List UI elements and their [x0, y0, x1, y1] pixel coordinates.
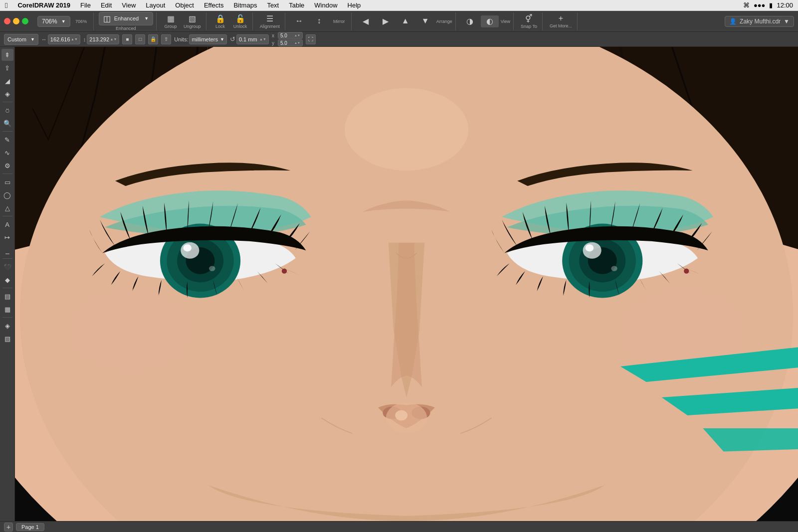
dropper-tool[interactable]: 🖤 — [1, 261, 13, 273]
eraser-tool[interactable]: ▧ — [1, 333, 13, 345]
width-value: 162.616 — [50, 36, 70, 42]
group-button[interactable]: ▦ Group — [162, 13, 180, 30]
pointer-tool[interactable]: ⇞ — [1, 49, 13, 61]
y-input[interactable]: 5.0 ▲▼ — [278, 39, 303, 46]
x-spinner[interactable]: ▲▼ — [294, 34, 300, 37]
units-dropdown[interactable]: millimeters ▼ — [189, 34, 226, 44]
arrange-btn1[interactable]: ◀ — [357, 15, 375, 27]
ungroup-button[interactable]: ▧ Ungroup — [182, 13, 203, 30]
add-page-button[interactable]: + — [4, 523, 13, 532]
snap-to-button[interactable]: ⚥ Snap To — [519, 13, 539, 30]
menu-text[interactable]: Text — [262, 0, 284, 11]
pan-tool[interactable]: ⍥ — [1, 104, 13, 116]
dimension-tool[interactable]: ↦ — [1, 231, 13, 243]
battery-icon: ▮ — [769, 1, 773, 9]
text-tool[interactable]: A — [1, 218, 13, 230]
y-spinner[interactable]: ▲▼ — [294, 41, 300, 44]
apple-logo[interactable]:  — [5, 1, 7, 9]
xy-group: x 5.0 ▲▼ y 5.0 ▲▼ — [272, 32, 303, 46]
preset-dropdown[interactable]: Custom ▼ — [4, 34, 38, 45]
svg-point-23 — [395, 410, 407, 421]
user-name: Zaky Mufthi.cdr — [740, 18, 781, 25]
subselect-tool[interactable]: ⇧ — [1, 62, 13, 74]
x-input[interactable]: 5.0 ▲▼ — [278, 32, 303, 39]
minimize-button[interactable] — [13, 18, 19, 24]
user-dropdown-icon: ▼ — [784, 18, 790, 25]
alignment-button[interactable]: ☰ Alignment — [258, 13, 282, 30]
lock-unlock-group: 🔒 Lock 🔓 Unlock — [208, 12, 253, 30]
menu-object[interactable]: Object — [170, 0, 199, 11]
menu-edit[interactable]: Edit — [96, 0, 117, 11]
zoom-value: 706% — [42, 18, 57, 25]
menu-table[interactable]: Table — [284, 0, 309, 11]
y-label: y — [272, 40, 277, 46]
view-btn2[interactable]: ◐ — [481, 15, 499, 27]
connector-tool[interactable]: ⎯ — [1, 244, 13, 256]
mirror-h-button[interactable]: ↔ — [290, 15, 308, 27]
freeform-tool[interactable]: ◢ — [1, 75, 13, 87]
width-input[interactable]: 162.616 ▲▼ — [48, 34, 80, 44]
mirror-v-button[interactable]: ↕ — [310, 15, 328, 27]
arrange-btn2[interactable]: ▶ — [377, 15, 395, 27]
svg-point-20 — [611, 266, 617, 271]
zoom-tool[interactable]: 🔍 — [1, 117, 13, 129]
menu-items: CorelDRAW 2019 File Edit View Layout Obj… — [12, 0, 366, 11]
smart-fill-tool[interactable]: ◈ — [1, 320, 13, 332]
menu-layout[interactable]: Layout — [141, 0, 170, 11]
interactive-fill-tool[interactable]: ▤ — [1, 290, 13, 302]
x-label: x — [272, 33, 277, 38]
x-row: x 5.0 ▲▼ — [272, 32, 303, 39]
arrange-btn3[interactable]: ▲ — [397, 15, 414, 27]
menu-effects[interactable]: Effects — [199, 0, 229, 11]
menu-view[interactable]: View — [117, 0, 141, 11]
lock-icon: 🔒 — [215, 14, 225, 23]
view-modes-label: Enhanced — [116, 26, 136, 31]
contour-tool[interactable]: ◈ — [1, 88, 13, 100]
menu-help[interactable]: Help — [343, 0, 366, 11]
property-bar: Custom ▼ ↔ 162.616 ▲▼ ↕ 213.292 ▲▼ ■ □ 🔒… — [0, 32, 798, 47]
snap-to-label: Snap To — [521, 24, 537, 29]
tool-sep-5 — [2, 258, 12, 259]
rectangle-tool[interactable]: ▭ — [1, 176, 13, 188]
mirror-group: ↔ ↕ Mirror — [287, 12, 352, 30]
tool-sep-3 — [2, 174, 12, 174]
canvas-area[interactable] — [15, 47, 798, 521]
get-more-button[interactable]: + Get More... — [548, 13, 574, 29]
shape-square-button[interactable]: ■ — [122, 34, 132, 44]
bottom-bar: + Page 1 — [0, 521, 798, 532]
menu-file[interactable]: File — [75, 0, 96, 11]
zoom-dropdown[interactable]: 706% ▼ — [37, 16, 70, 27]
lock-ratio-button[interactable]: 🔒 — [148, 34, 158, 44]
menu-coreldraw[interactable]: CorelDRAW 2019 — [12, 0, 75, 11]
alignment-group: ☰ Alignment — [255, 12, 285, 30]
view-modes-dropdown[interactable]: ◫ Enhanced ▼ — [99, 12, 153, 25]
menu-bitmaps[interactable]: Bitmaps — [228, 0, 262, 11]
crop-transform-button[interactable]: ⛶ — [306, 34, 316, 44]
nudge-input[interactable]: 0.1 mm ▲▼ — [236, 34, 269, 44]
fill-tool[interactable]: ◆ — [1, 274, 13, 286]
freehand-tool[interactable]: ✎ — [1, 134, 13, 146]
nudge-spinner[interactable]: ▲▼ — [259, 37, 266, 41]
height-spinner[interactable]: ▲▼ — [110, 37, 117, 41]
view-btn1[interactable]: ◑ — [461, 15, 479, 27]
close-button[interactable] — [4, 18, 10, 24]
polygon-tool[interactable]: △ — [1, 202, 13, 214]
maximize-button[interactable] — [22, 18, 28, 24]
lock-button[interactable]: 🔒 Lock — [211, 13, 229, 30]
shape-round-button[interactable]: □ — [135, 34, 145, 44]
width-spinner[interactable]: ▲▼ — [71, 37, 78, 41]
page-1-tab[interactable]: Page 1 — [16, 523, 44, 531]
bezier-tool[interactable]: ∿ — [1, 147, 13, 159]
unlock-button[interactable]: 🔓 Unlock — [231, 13, 249, 30]
height-input[interactable]: 213.292 ▲▼ — [87, 34, 119, 44]
menu-window[interactable]: Window — [309, 0, 342, 11]
user-display[interactable]: 👤 Zaky Mufthi.cdr ▼ — [725, 16, 794, 27]
artistic-media-tool[interactable]: ⚙ — [1, 160, 13, 172]
view-group: ◑ ◐ View — [458, 12, 514, 30]
transform-button[interactable]: ⇧ — [161, 34, 171, 44]
ellipse-tool[interactable]: ◯ — [1, 189, 13, 201]
arrange-btn4[interactable]: ▼ — [416, 15, 434, 27]
arrange-icon2: ▶ — [383, 16, 389, 26]
svg-point-13 — [282, 268, 287, 273]
mesh-fill-tool[interactable]: ▦ — [1, 303, 13, 315]
